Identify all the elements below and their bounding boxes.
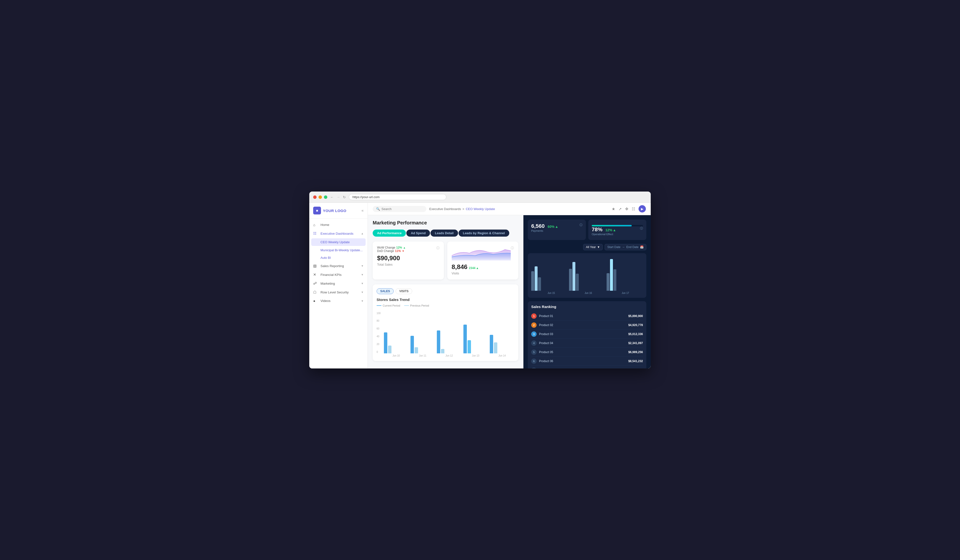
tabs-row: Ad Performance Ad Spend Leads Detail Lea… xyxy=(373,230,518,237)
calendar-icon: 📅 xyxy=(640,246,644,249)
chevron-down-marketing-icon: ▼ xyxy=(361,282,364,285)
chevron-down-sales-icon: ▼ xyxy=(361,265,364,267)
browser-controls xyxy=(313,195,327,199)
visits-up-icon: ▲ xyxy=(476,266,479,270)
sidebar-sub-item-municipal-label: Municipal Bi-Weekly Update... xyxy=(320,248,363,252)
avatar[interactable]: ▶ xyxy=(638,205,646,212)
rank-num-3: 3 xyxy=(531,332,537,337)
right-chart-area: Jun 15 Jun 16 Jun 17 xyxy=(528,253,646,298)
total-sales-content: WoW Change 12% ▲ DoD Change 11% ▼ xyxy=(377,246,406,266)
sidebar-item-sales-reporting[interactable]: ▧ Sales Reporting ▼ xyxy=(309,262,368,270)
ranking-row-2: 2 Product 02 $4,920,778 xyxy=(531,321,643,330)
refresh-icon[interactable]: ↻ xyxy=(343,195,346,199)
bar-previous-0 xyxy=(388,346,392,353)
right-bar-1-2 xyxy=(573,262,575,291)
browser-minimize-btn[interactable] xyxy=(318,195,322,199)
right-bar-0-3 xyxy=(538,277,541,291)
chart-tab-sales[interactable]: SALES xyxy=(377,288,394,294)
sidebar-item-marketing[interactable]: ☍ Marketing ▼ xyxy=(309,279,368,288)
date-range-picker[interactable]: Start Date → End Date 📅 xyxy=(605,244,646,250)
breadcrumb-separator: > xyxy=(462,207,464,211)
operational-info-icon[interactable]: ⓘ xyxy=(640,227,643,231)
star-icon[interactable]: ★ xyxy=(612,207,615,211)
all-year-chevron-icon: ▼ xyxy=(597,246,600,249)
tab-leads-detail[interactable]: Leads Detail xyxy=(430,230,458,237)
sidebar-sub-item-municipal[interactable]: Municipal Bi-Weekly Update... xyxy=(309,246,368,254)
bar-current-3 xyxy=(463,325,467,353)
sales-ranking: Sales Ranking 1 Product 01 $5,890,900 2 … xyxy=(528,301,646,369)
rank-value-6: $8,541,232 xyxy=(628,359,643,363)
operational-content: 78% 12% ▲ Operational Effect xyxy=(592,227,616,237)
url-bar[interactable]: https://your-url.com xyxy=(349,194,446,200)
visits-badge: 2344 ▲ xyxy=(469,266,479,270)
all-year-dropdown[interactable]: All Year ▼ xyxy=(583,244,603,250)
total-sales-sub: Total Sales xyxy=(377,263,406,266)
ranking-row-7: 7 Product 07 $8,541,232 xyxy=(531,366,643,369)
search-box[interactable]: 🔍 xyxy=(373,206,426,212)
right-bar-2-1 xyxy=(606,273,610,291)
sidebar-item-videos[interactable]: ● Videos ▼ xyxy=(309,297,368,305)
sidebar-sub-item-ceo-weekly-label: CEO Weekly Update xyxy=(320,240,350,244)
right-bar-label-0: Jun 15 xyxy=(547,292,555,294)
logo-icon: ■ xyxy=(313,207,321,214)
bar-previous-1 xyxy=(414,347,418,353)
share-icon[interactable]: ➚ xyxy=(619,207,622,211)
forward-icon[interactable]: → xyxy=(337,195,340,199)
page-title: Marketing Performance xyxy=(373,220,518,226)
right-bar-labels: Jun 15 Jun 16 Jun 17 xyxy=(531,291,643,294)
metric-cards-top: WoW Change 12% ▲ DoD Change 11% ▼ xyxy=(373,241,518,279)
right-bar-1-1 xyxy=(569,269,572,291)
operational-sub: Operational Effect xyxy=(592,233,616,236)
sidebar-sub-item-auto-bi-label: Auto BI xyxy=(320,256,331,260)
rank-value-3: $5,012,336 xyxy=(628,332,643,336)
rank-value-2: $4,920,778 xyxy=(628,323,643,327)
payments-value: 6,560 60% ▲ xyxy=(531,223,558,229)
payments-info-icon[interactable]: ⓘ xyxy=(579,223,582,227)
browser-close-btn[interactable] xyxy=(313,195,317,199)
visits-sparkline xyxy=(452,246,511,260)
tab-leads-by-region[interactable]: Leads by Region & Channel xyxy=(459,230,509,237)
sidebar-sub-item-auto-bi[interactable]: Auto BI xyxy=(309,254,368,262)
chevron-down-videos-icon: ▼ xyxy=(361,300,364,302)
total-sales-value: $90,900 xyxy=(377,255,406,262)
sidebar-item-home-label: Home xyxy=(320,223,329,227)
grid-icon[interactable]: ☷ xyxy=(632,207,635,211)
tab-ad-performance[interactable]: Ad Performance xyxy=(373,230,406,237)
search-input[interactable] xyxy=(381,207,423,211)
sidebar-item-marketing-label: Marketing xyxy=(320,282,335,286)
right-bar-0-1 xyxy=(531,271,534,291)
legend-previous: Previous Period xyxy=(404,304,429,307)
main-header: 🔍 Executive Dashboards > CEO Weekly Upda… xyxy=(368,203,651,215)
sidebar-nav: ⌂ Home ☷ Executive Dashboards ▲ CEO Week… xyxy=(309,219,368,307)
wow-pct: 12% xyxy=(396,246,402,249)
wow-label: WoW Change xyxy=(377,246,395,249)
visits-info-icon[interactable]: ⓘ xyxy=(511,246,514,250)
expand-icon[interactable]: ✥ xyxy=(625,207,628,211)
legend-current: Current Period xyxy=(377,304,400,307)
sidebar-item-home[interactable]: ⌂ Home xyxy=(309,220,368,229)
sidebar-item-executive-dashboards[interactable]: ☷ Executive Dashboards ▲ xyxy=(309,229,368,238)
sidebar-logo: ■ YOUR LOGO « xyxy=(309,203,368,219)
chart-tab-visits[interactable]: VISITS xyxy=(395,288,412,294)
sidebar-item-security-label: Row Level Securtiy xyxy=(320,290,349,294)
sales-ranking-title: Sales Ranking xyxy=(531,305,643,309)
sidebar-item-row-security[interactable]: ☖ Row Level Securtiy ▼ xyxy=(309,288,368,297)
sidebar-item-financial-kpis[interactable]: ✕ Financial KPIs ▼ xyxy=(309,270,368,279)
left-panel: Marketing Performance Ad Performance Ad … xyxy=(368,215,523,369)
back-icon[interactable]: ← xyxy=(330,195,334,199)
right-bar-1-3 xyxy=(576,274,579,291)
ranking-row-3: 3 Product 03 $5,012,336 xyxy=(531,330,643,339)
right-bar-chart xyxy=(531,257,643,291)
sidebar-sub-item-ceo-weekly[interactable]: CEO Weekly Update xyxy=(311,238,366,246)
breadcrumb: Executive Dashboards > CEO Weekly Update xyxy=(429,207,495,211)
wow-change-row: WoW Change 12% ▲ xyxy=(377,246,406,249)
total-sales-info-icon[interactable]: ⓘ xyxy=(436,246,440,250)
payments-number: 6,560 xyxy=(531,223,545,229)
rank-value-5: $6,989,256 xyxy=(628,350,643,354)
rank-name-6: Product 06 xyxy=(539,359,628,363)
tab-ad-spend[interactable]: Ad Spend xyxy=(406,230,430,237)
browser-maximize-btn[interactable] xyxy=(324,195,327,199)
collapse-icon[interactable]: « xyxy=(362,208,364,213)
operational-value: 78% 12% ▲ xyxy=(592,227,616,233)
date-arrow-icon: → xyxy=(622,246,625,249)
